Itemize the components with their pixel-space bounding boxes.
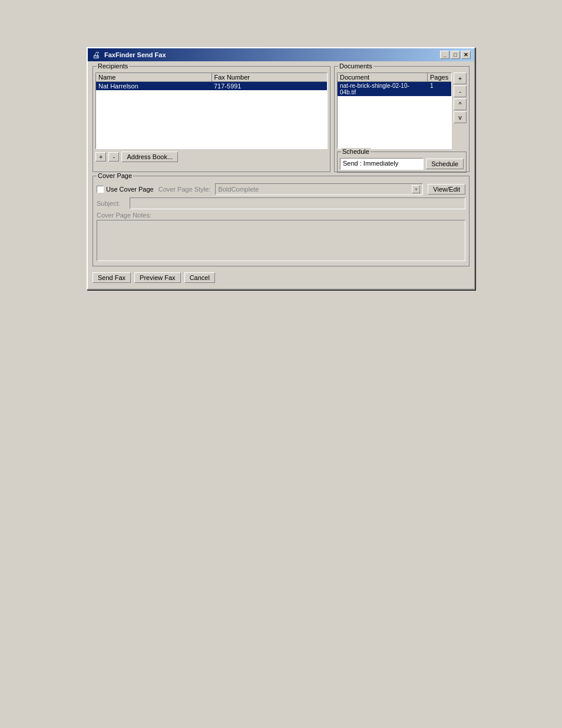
recipients-col-name: Name [96,73,212,81]
move-up-button[interactable]: ^ [454,98,467,110]
add-recipient-button[interactable]: + [95,152,106,162]
recipients-group: Recipients Name Fax Number Nat Harrelson… [92,66,330,172]
recipients-section: Recipients Name Fax Number Nat Harrelson… [92,66,330,172]
document-row[interactable]: nat-re-brick-shingle-02-10-04b.tif 1 [338,82,451,96]
remove-document-button[interactable]: - [454,85,467,97]
window-body: Recipients Name Fax Number Nat Harrelson… [88,61,474,289]
recipient-name: Nat Harrelson [96,82,211,90]
send-fax-button[interactable]: Send Fax [92,272,131,283]
address-book-button[interactable]: Address Book... [121,151,178,162]
docs-col-pages: Pages [428,73,451,81]
documents-group: Documents Document Pages nat-re-brick-sh… [334,66,470,172]
recipients-buttons: + - Address Book... [95,151,328,162]
cover-page-group: Cover Page Use Cover Page Cover Page Sty… [92,176,470,266]
window-title: FaxFinder Send Fax [104,51,166,58]
cover-page-style-dropdown[interactable]: BoldComplete ▼ [215,183,423,195]
schedule-content: Send : Immediately Schedule [340,158,464,170]
use-cover-page-container: Use Cover Page [97,186,154,193]
subject-row: Subject: [97,197,465,209]
title-bar: 🖨 FaxFinder Send Fax _ □ ✕ [88,48,474,61]
recipient-row[interactable]: Nat Harrelson 717-5991 [96,82,327,90]
view-edit-button[interactable]: View/Edit [428,184,465,195]
documents-section: Documents Document Pages nat-re-brick-sh… [334,66,470,172]
notes-textarea[interactable] [97,220,465,261]
title-bar-left: 🖨 FaxFinder Send Fax [91,50,166,60]
bottom-buttons: Send Fax Preview Fax Cancel [92,270,470,284]
subject-field[interactable] [130,197,465,209]
add-document-button[interactable]: + [454,73,467,84]
schedule-group: Schedule Send : Immediately Schedule [337,151,467,173]
docs-layout: Document Pages nat-re-brick-shingle-02-1… [337,73,467,149]
notes-label: Cover Page Notes: [97,212,465,219]
document-pages: 1 [428,82,451,96]
cover-page-legend: Cover Page [97,172,133,179]
use-cover-page-checkbox[interactable] [97,186,104,193]
faxfinder-window: 🖨 FaxFinder Send Fax _ □ ✕ Recipients Na… [87,47,475,290]
move-down-button[interactable]: v [454,111,467,123]
cover-page-style-value: BoldComplete [218,186,259,193]
title-bar-buttons: _ □ ✕ [440,51,471,59]
documents-table: Document Pages nat-re-brick-shingle-02-1… [337,73,452,149]
remove-recipient-button[interactable]: - [108,152,119,162]
cover-page-style-label: Cover Page Style: [158,186,211,193]
cancel-button[interactable]: Cancel [184,272,215,283]
document-name: nat-re-brick-shingle-02-10-04b.tif [338,82,428,96]
recipients-col-fax: Fax Number [212,73,328,81]
recipients-table: Name Fax Number Nat Harrelson 717-5991 [95,73,328,149]
schedule-button[interactable]: Schedule [426,159,464,169]
fax-icon: 🖨 [91,50,101,60]
subject-label: Subject: [97,200,126,207]
dropdown-arrow-icon[interactable]: ▼ [412,185,420,193]
documents-legend: Documents [338,62,373,70]
preview-fax-button[interactable]: Preview Fax [134,272,181,283]
schedule-value: Send : Immediately [340,158,424,170]
documents-header: Document Pages [338,73,451,82]
docs-col-document: Document [338,73,428,81]
minimize-button[interactable]: _ [440,51,449,59]
schedule-legend: Schedule [341,148,371,155]
recipients-header: Name Fax Number [96,73,327,82]
cover-page-options-row: Use Cover Page Cover Page Style: BoldCom… [97,183,465,195]
main-content: Recipients Name Fax Number Nat Harrelson… [92,66,470,172]
docs-side-buttons: + - ^ v [454,73,467,149]
close-button[interactable]: ✕ [461,51,471,59]
notes-section: Cover Page Notes: [97,212,465,262]
recipients-legend: Recipients [97,62,129,70]
recipient-fax: 717-5991 [211,82,327,90]
maximize-button[interactable]: □ [451,51,460,59]
use-cover-page-label: Use Cover Page [106,186,154,193]
